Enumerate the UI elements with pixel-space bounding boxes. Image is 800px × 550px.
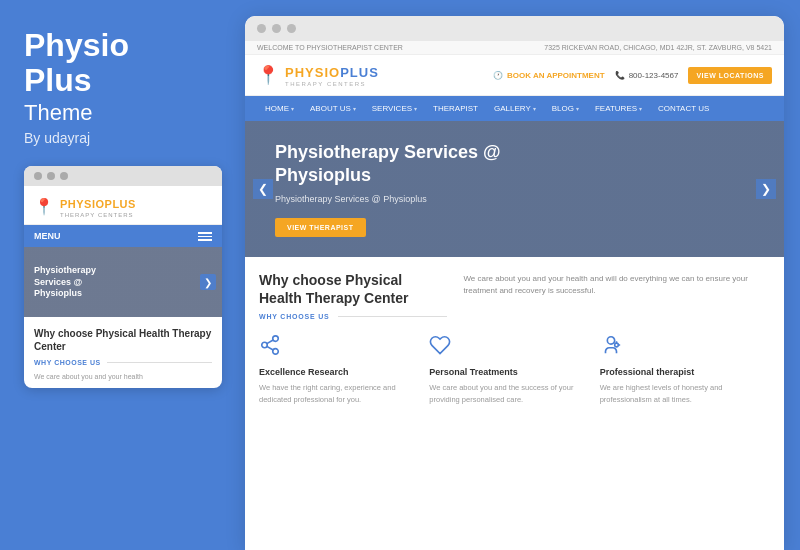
- nav-features[interactable]: FEATURES ▾: [587, 96, 650, 121]
- left-panel: Physio Plus Theme By udayraj 📍 PHYSIOPLU…: [0, 0, 245, 550]
- svg-point-5: [607, 337, 614, 344]
- mobile-location-icon: 📍: [34, 197, 54, 216]
- top-info-right: 7325 RICKEVAN ROAD, CHICAGO, MD1 42JR, S…: [544, 44, 772, 51]
- svg-point-0: [273, 336, 279, 342]
- share-icon: [259, 334, 417, 361]
- logo-text-block: PHYSIOPLUS THERAPY CENTERS: [285, 63, 379, 87]
- why-title: Why choose Physical Health Therapy Cente…: [259, 271, 447, 307]
- browser-dot-3: [287, 24, 296, 33]
- feature-title-3: Professional therapist: [600, 367, 758, 377]
- svg-point-2: [273, 349, 279, 355]
- svg-line-3: [267, 347, 273, 351]
- browser-dot-1: [257, 24, 266, 33]
- nav-gallery[interactable]: GALLERY ▾: [486, 96, 544, 121]
- header-phone: 📞 800-123-4567: [615, 71, 679, 80]
- hamburger-icon: [198, 232, 212, 241]
- mobile-dot-1: [34, 172, 42, 180]
- mobile-why-row: WHY CHOOSE US: [24, 357, 222, 370]
- nav-home[interactable]: HOME ▾: [257, 96, 302, 121]
- view-locations-button[interactable]: VIEW LOCATIONS: [688, 67, 772, 84]
- header-right: 🕐 BOOK AN APPOINTMENT 📞 800-123-4567 VIE…: [493, 67, 772, 84]
- heart-icon: [429, 334, 587, 361]
- mobile-logo-sub: THERAPY CENTERS: [60, 212, 136, 218]
- feature-excellence: Excellence Research We have the right ca…: [259, 334, 429, 405]
- feature-title-2: Personal Treatments: [429, 367, 587, 377]
- feature-title-1: Excellence Research: [259, 367, 417, 377]
- feature-professional: Professional therapist We are highest le…: [600, 334, 770, 405]
- svg-point-1: [262, 343, 268, 349]
- site-header: 📍 PHYSIOPLUS THERAPY CENTERS 🕐 BOOK AN A…: [245, 55, 784, 96]
- browser-chrome: [245, 16, 784, 41]
- why-label: WHY CHOOSE US: [259, 313, 330, 320]
- feature-desc-1: We have the right caring, experience and…: [259, 382, 417, 405]
- mobile-logo-bar: 📍 PHYSIOPLUS THERAPY CENTERS: [24, 186, 222, 225]
- header-appointment: 🕐 BOOK AN APPOINTMENT: [493, 71, 605, 80]
- mobile-top-bar: [24, 166, 222, 186]
- mobile-section-title: Why choose Physical Health Therapy Cente…: [24, 317, 222, 357]
- nav-blog[interactable]: BLOG ▾: [544, 96, 587, 121]
- why-left: Why choose Physical Health Therapy Cente…: [259, 271, 463, 320]
- svg-point-6: [614, 344, 618, 348]
- mobile-why-label: WHY CHOOSE US: [34, 359, 101, 366]
- website-content: WELCOME TO PHYSIOTHERAPIST CENTER 7325 R…: [245, 41, 784, 550]
- hero-section: ❮ Physiotherapy Services @ Physioplus Ph…: [245, 121, 784, 257]
- why-label-row: WHY CHOOSE US: [259, 313, 447, 320]
- hero-title: Physiotherapy Services @ Physioplus: [275, 141, 538, 186]
- why-divider: [338, 316, 448, 317]
- mobile-menu-label: MENU: [34, 231, 61, 241]
- logo-blue: PLUS: [340, 65, 379, 80]
- nav-therapist[interactable]: THERAPIST: [425, 96, 486, 121]
- hero-prev-button[interactable]: ❮: [253, 179, 273, 199]
- title-line1: Physio: [24, 27, 129, 63]
- why-section: Why choose Physical Health Therapy Cente…: [245, 257, 784, 320]
- mobile-body-text: We care about you and your health: [24, 370, 222, 388]
- why-right-text: We care about you and your health and wi…: [463, 271, 770, 320]
- mobile-mockup: 📍 PHYSIOPLUS THERAPY CENTERS MENU Physio…: [24, 166, 222, 388]
- features-row: Excellence Research We have the right ca…: [245, 320, 784, 415]
- site-logo: 📍 PHYSIOPLUS THERAPY CENTERS: [257, 63, 379, 87]
- hero-subtitle: Physiotherapy Services @ Physioplus: [275, 194, 538, 204]
- top-info-bar: WELCOME TO PHYSIOTHERAPIST CENTER 7325 R…: [245, 41, 784, 55]
- nav-services[interactable]: SERVICES ▾: [364, 96, 425, 121]
- appointment-icon: 🕐: [493, 71, 503, 80]
- mobile-hero-arrow: ❯: [200, 274, 216, 290]
- person-icon: [600, 334, 758, 361]
- title-line2: Plus: [24, 62, 92, 98]
- phone-icon: 📞: [615, 71, 625, 80]
- nav-contact[interactable]: CONTACT US: [650, 96, 717, 121]
- logo-main: PHYSIOPLUS: [285, 65, 379, 80]
- hero-content: Physiotherapy Services @ Physioplus Phys…: [275, 141, 538, 237]
- mobile-menu-bar: MENU: [24, 225, 222, 247]
- right-panel: WELCOME TO PHYSIOTHERAPIST CENTER 7325 R…: [245, 16, 784, 550]
- feature-desc-2: We care about you and the success of you…: [429, 382, 587, 405]
- hero-cta-button[interactable]: VIEW THERAPIST: [275, 218, 366, 237]
- mobile-hero-text: Physiotherapy Services @ Physioplus: [34, 265, 96, 300]
- top-info-left: WELCOME TO PHYSIOTHERAPIST CENTER: [257, 44, 403, 51]
- feature-desc-3: We are highest levels of honesty and pro…: [600, 382, 758, 405]
- logo-location-icon: 📍: [257, 64, 279, 86]
- mobile-hero: Physiotherapy Services @ Physioplus ❯: [24, 247, 222, 317]
- mobile-logo-text: PHYSIOPLUS: [60, 198, 136, 210]
- svg-line-4: [267, 340, 273, 344]
- hero-next-button[interactable]: ❯: [756, 179, 776, 199]
- logo-sub: THERAPY CENTERS: [285, 81, 379, 87]
- feature-personal: Personal Treatments We care about you an…: [429, 334, 599, 405]
- mobile-dot-3: [60, 172, 68, 180]
- theme-subtitle: Theme: [24, 100, 221, 126]
- site-nav: HOME ▾ ABOUT US ▾ SERVICES ▾ THERAPIST G…: [245, 96, 784, 121]
- mobile-dot-2: [47, 172, 55, 180]
- mobile-why-line: [107, 362, 212, 363]
- theme-by: By udayraj: [24, 130, 221, 146]
- nav-about[interactable]: ABOUT US ▾: [302, 96, 364, 121]
- browser-dot-2: [272, 24, 281, 33]
- theme-title: Physio Plus Theme By udayraj: [24, 28, 221, 166]
